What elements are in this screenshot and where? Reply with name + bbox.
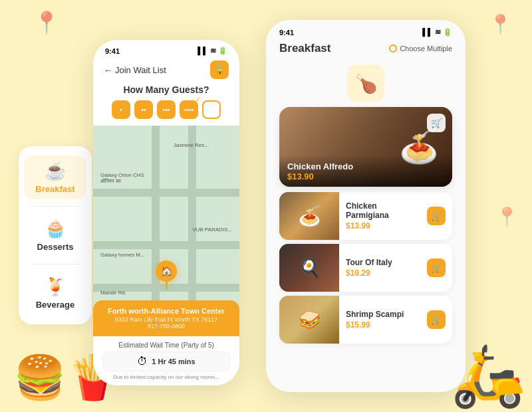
clock-icon: ⏱ — [137, 356, 148, 367]
guest-btn-3[interactable]: ••• — [157, 100, 176, 119]
delivery-illustration: 🛵 — [451, 346, 525, 405]
phone-waitlist: 9:41 ▌▌ ≋ 🔋 ← Join Wait List 🔒 How Many … — [93, 40, 239, 385]
sidebar-divider-1 — [30, 206, 80, 207]
menu-item-price-chicken-parm: $13.99 — [346, 221, 420, 231]
desserts-icon: 🧁 — [45, 219, 66, 239]
map-label-galaxy: Galaxy Orion CHSऑरियन का — [100, 172, 144, 185]
sidebar-breakfast-label: Breakfast — [35, 184, 74, 194]
phone2-status-bar: 9:41 ▌▌ ≋ 🔋 — [266, 20, 466, 39]
sidebar-divider-2 — [30, 264, 80, 264]
map-pin: 🏠 — [156, 260, 177, 290]
location-address: 9333 Rain Lily Trail Ft Worth TX 7611781… — [102, 316, 230, 330]
chicken-icon: 🍗 — [354, 72, 378, 94]
menu-item-info-tour-italy: Tour Of Italy $19.29 — [339, 251, 427, 284]
wait-time-box: ⏱ 1 Hr 45 mins — [102, 352, 230, 371]
sidebar-item-beverage[interactable]: 🍹 Beverage — [24, 271, 86, 315]
map-label-jasmine: Jasmine Res... — [174, 142, 209, 148]
wait-section: Estimated Wait Time (Party of 5) ⏱ 1 Hr … — [93, 336, 239, 385]
guest-btn-5[interactable]: ••••• — [202, 100, 221, 119]
shrimp-emoji: 🥪 — [298, 309, 321, 331]
back-button[interactable]: ← Join Wait List — [104, 65, 166, 75]
location-info-card: Forth worth-Alliance Town Center 9333 Ra… — [93, 300, 239, 336]
guest-selector: • •• ••• •••• ••••• — [93, 100, 239, 126]
pin-icon: 🏠 — [156, 260, 177, 282]
menu-item-name-shrimp: Shrimp Scampi — [346, 310, 420, 319]
chicken-parm-emoji: 🍝 — [298, 205, 321, 227]
menu-cart-btn-tour-italy[interactable]: 🛒 — [427, 258, 446, 277]
featured-item-label: Chicken Alfredo $13.90 — [279, 155, 452, 187]
phone1-header: ← Join Wait List 🔒 — [93, 58, 239, 84]
menu-cart-btn-chicken-parm[interactable]: 🛒 — [427, 207, 446, 225]
featured-cart-button[interactable]: 🛒 — [427, 114, 446, 132]
menu-cart-btn-shrimp[interactable]: 🛒 — [427, 310, 446, 329]
category-chicken-icon-box: 🍗 — [347, 64, 384, 102]
wait-note: Due to limited capacity on our dining ro… — [102, 374, 230, 380]
phone2-title: Breakfast — [279, 42, 331, 55]
featured-item-name: Chicken Alfredo — [287, 161, 444, 171]
scooter-icon: 🛵 — [451, 342, 525, 409]
category-row: 🍗 — [266, 59, 466, 107]
featured-item-price: $13.90 — [287, 171, 444, 181]
phone2-signals: ▌▌ ≋ 🔋 — [422, 28, 452, 37]
menu-item-img-shrimp: 🥪 — [279, 296, 339, 344]
menu-item-price-tour-italy: $19.29 — [346, 268, 420, 278]
phone1-status-bar: 9:41 ▌▌ ≋ 🔋 — [93, 40, 239, 58]
beverage-icon: 🍹 — [45, 276, 66, 297]
menu-item-info-shrimp: Shrimp Scampi $15.99 — [339, 303, 427, 336]
menu-list: 🍝 Chicken Parmigiana $13.99 🛒 🍳 Tour Of … — [266, 192, 466, 392]
map-label-homes: Galaxy homes M... — [100, 252, 145, 258]
map-road-h2 — [93, 241, 239, 249]
menu-item-img-tour-italy: 🍳 — [279, 244, 339, 292]
sidebar-beverage-label: Beverage — [36, 300, 75, 310]
map-label-mandir: Mandir Rd — [100, 290, 125, 296]
breakfast-icon: ☕ — [45, 161, 66, 181]
category-chicken[interactable]: 🍗 — [347, 64, 384, 102]
bg-location-icon-mid: 📍 — [495, 206, 519, 228]
menu-item-name-chicken-parm: Chicken Parmigiana — [346, 201, 420, 220]
menu-item-img-chicken-parm: 🍝 — [279, 192, 339, 240]
choose-multiple[interactable]: Choose Multiple — [389, 45, 452, 52]
back-label: Join Wait List — [115, 65, 166, 75]
sidebar-item-desserts[interactable]: 🧁 Desserts — [24, 213, 86, 257]
menu-item-price-shrimp: $15.99 — [346, 320, 420, 330]
map-area: Jasmine Res... Galaxy Orion CHSऑरियन का … — [93, 126, 239, 336]
pin-tail — [166, 282, 168, 290]
guest-btn-4[interactable]: •••• — [180, 100, 198, 119]
phone1-time: 9:41 — [105, 47, 120, 55]
lock-button[interactable]: 🔒 — [210, 60, 229, 79]
sidebar-desserts-label: Desserts — [37, 242, 74, 252]
sidebar-item-breakfast[interactable]: ☕ Breakfast — [24, 155, 86, 199]
map-road-h1 — [93, 189, 239, 197]
guest-question: How Many Guests? — [93, 84, 239, 100]
choose-multiple-label: Choose Multiple — [400, 45, 452, 52]
guest-btn-1[interactable]: • — [112, 100, 130, 119]
phone2-time: 9:41 — [279, 29, 294, 37]
menu-item-name-tour-italy: Tour Of Italy — [346, 258, 420, 267]
wait-label: Estimated Wait Time (Party of 5) — [102, 342, 230, 349]
location-name: Forth worth-Alliance Town Center — [102, 307, 230, 315]
featured-item-card[interactable]: 🍝 Chicken Alfredo $13.90 🛒 — [279, 107, 452, 187]
menu-item-info-chicken-parm: Chicken Parmigiana $13.99 — [339, 195, 427, 237]
guest-btn-2[interactable]: •• — [134, 100, 153, 119]
radio-icon — [389, 45, 397, 52]
bg-location-icon-left: 📍 — [33, 10, 60, 35]
map-label-vub: VUB PARADIS... — [192, 227, 232, 233]
menu-item-shrimp-scampi[interactable]: 🥪 Shrimp Scampi $15.99 🛒 — [279, 296, 452, 344]
category-sidebar: ☕ Breakfast 🧁 Desserts 🍹 Beverage — [19, 146, 92, 324]
wait-time: 1 Hr 45 mins — [152, 358, 195, 365]
menu-item-tour-italy[interactable]: 🍳 Tour Of Italy $19.29 🛒 — [279, 244, 452, 292]
phone-menu: 9:41 ▌▌ ≋ 🔋 Breakfast Choose Multiple 🍗 … — [266, 20, 466, 392]
bg-location-icon-right: 📍 — [489, 13, 512, 35]
back-arrow: ← — [104, 65, 112, 75]
tour-italy-emoji: 🍳 — [298, 257, 321, 279]
menu-item-chicken-parmigiana[interactable]: 🍝 Chicken Parmigiana $13.99 🛒 — [279, 192, 452, 240]
phone1-signals: ▌▌ ≋ 🔋 — [198, 47, 227, 55]
phone2-title-row: Breakfast Choose Multiple — [266, 39, 466, 59]
